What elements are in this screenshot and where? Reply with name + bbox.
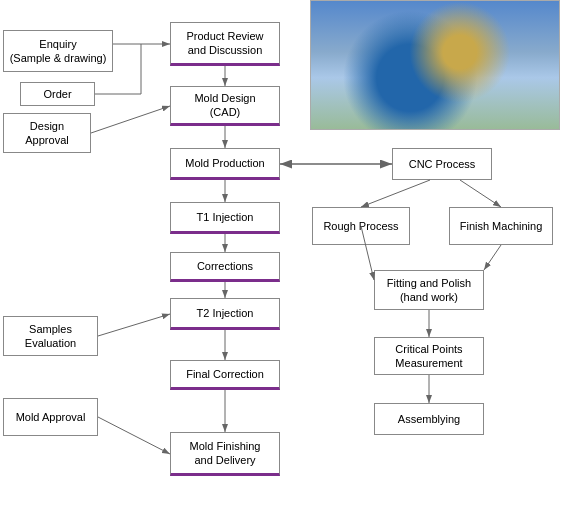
enquiry-box: Enquiry(Sample & drawing)	[3, 30, 113, 72]
svg-line-19	[484, 245, 501, 270]
design-approval-box: DesignApproval	[3, 113, 91, 153]
samples-evaluation-box: SamplesEvaluation	[3, 316, 98, 356]
rough-process-box: Rough Process	[312, 207, 410, 245]
t1-injection-box: T1 Injection	[170, 202, 280, 234]
cnc-process-box: CNC Process	[392, 148, 492, 180]
t2-injection-box: T2 Injection	[170, 298, 280, 330]
machine-image	[310, 0, 560, 130]
order-box: Order	[20, 82, 95, 106]
svg-line-13	[98, 314, 170, 336]
svg-line-14	[98, 417, 170, 454]
process-diagram: Enquiry(Sample & drawing) Order DesignAp…	[0, 0, 562, 509]
corrections-box: Corrections	[170, 252, 280, 282]
svg-line-5	[91, 106, 170, 133]
svg-line-17	[460, 180, 501, 207]
svg-line-16	[361, 180, 430, 207]
critical-points-box: Critical PointsMeasurement	[374, 337, 484, 375]
assemblying-box: Assemblying	[374, 403, 484, 435]
fitting-polish-box: Fitting and Polish(hand work)	[374, 270, 484, 310]
mold-approval-box: Mold Approval	[3, 398, 98, 436]
finish-machining-box: Finish Machining	[449, 207, 553, 245]
mold-finishing-box: Mold Finishingand Delivery	[170, 432, 280, 476]
final-correction-box: Final Correction	[170, 360, 280, 390]
mold-design-box: Mold Design(CAD)	[170, 86, 280, 126]
product-review-box: Product Reviewand Discussion	[170, 22, 280, 66]
mold-production-box: Mold Production	[170, 148, 280, 180]
